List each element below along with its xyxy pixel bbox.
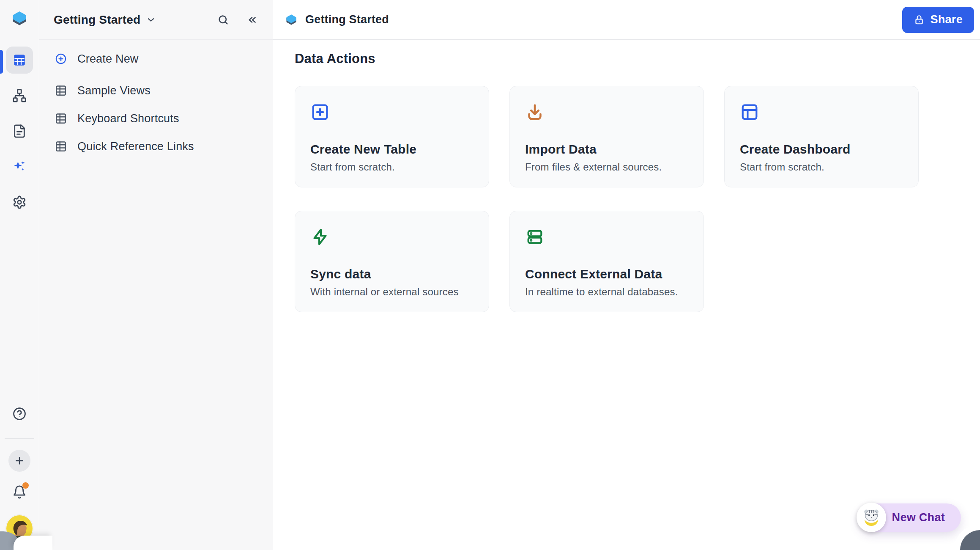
sidebar-item-label: Sample Views (77, 84, 151, 97)
tiger-avatar (857, 503, 886, 532)
rail-item-ai-sparkles[interactable] (6, 153, 33, 180)
new-chat-label: New Chat (892, 511, 945, 524)
chevron-down-icon (145, 14, 156, 25)
content-area: Data Actions Create New Table Start from… (273, 40, 980, 312)
collapse-double-chevron-icon (246, 14, 258, 26)
sidebar-title: Getting Started (54, 13, 140, 27)
bottom-right-corner-decoration (954, 524, 980, 550)
notifications-button[interactable] (9, 482, 30, 502)
app-logo[interactable] (11, 10, 28, 27)
add-new-button[interactable] (8, 450, 30, 472)
table-cube-icon (285, 14, 298, 26)
sparkles-icon (12, 160, 27, 174)
share-button-label: Share (930, 13, 963, 26)
user-avatar[interactable] (6, 515, 33, 542)
help-icon (12, 407, 27, 421)
main-area: Getting Started Share Data Actions (273, 0, 980, 550)
card-subtitle: In realtime to external databases. (525, 286, 688, 298)
rail-item-help[interactable] (6, 400, 33, 427)
new-chat-button[interactable]: New Chat (858, 503, 961, 532)
active-tab-indicator (0, 50, 3, 74)
table-grid-icon (12, 53, 27, 67)
card-sync-data[interactable]: Sync data With internal or external sour… (295, 211, 489, 312)
hierarchy-icon (12, 88, 27, 103)
collapse-sidebar-button[interactable] (246, 14, 258, 26)
card-subtitle: Start from scratch. (740, 161, 903, 173)
card-create-dashboard[interactable]: Create Dashboard Start from scratch. (724, 86, 919, 187)
lock-icon (914, 14, 925, 25)
rail-divider (5, 438, 34, 439)
card-subtitle: Start from scratch. (310, 161, 474, 173)
cube-logo-icon (11, 10, 28, 27)
share-button[interactable]: Share (902, 7, 974, 33)
user-avatar-image (6, 515, 33, 542)
card-subtitle: With internal or external sources (310, 286, 474, 298)
table-icon (55, 84, 67, 97)
document-icon (12, 124, 27, 138)
section-title: Data Actions (295, 51, 963, 66)
rail-item-documents[interactable] (6, 118, 33, 145)
sidebar-item-label: Create New (77, 52, 139, 66)
card-title: Sync data (310, 267, 474, 281)
dashboard-layout-icon (740, 102, 759, 122)
sidebar-nav: Create New Sample Views Keyboard Shortcu… (39, 40, 273, 160)
data-actions-grid: Create New Table Start from scratch. Imp… (295, 86, 963, 312)
sidebar-item-label: Quick Reference Links (77, 140, 194, 153)
rail-item-hierarchy[interactable] (6, 82, 33, 109)
card-create-new-table[interactable]: Create New Table Start from scratch. (295, 86, 489, 187)
sidebar-item-sample-views[interactable]: Sample Views (46, 77, 266, 104)
server-stack-icon (525, 227, 545, 247)
download-icon (525, 102, 545, 122)
sidebar-item-keyboard-shortcuts[interactable]: Keyboard Shortcuts (46, 105, 266, 132)
table-icon (55, 112, 67, 125)
main-header: Getting Started Share (273, 0, 980, 40)
search-icon (217, 14, 230, 26)
card-title: Create Dashboard (740, 142, 903, 157)
table-icon (55, 140, 67, 153)
card-subtitle: From files & external sources. (525, 161, 688, 173)
rail-item-settings[interactable] (6, 189, 33, 216)
space-switcher[interactable]: Getting Started (54, 13, 156, 27)
search-button[interactable] (217, 14, 230, 26)
card-title: Connect External Data (525, 267, 688, 281)
card-import-data[interactable]: Import Data From files & external source… (509, 86, 704, 187)
sidebar-item-label: Keyboard Shortcuts (77, 112, 179, 125)
page-title: Getting Started (305, 13, 389, 26)
lightning-icon (310, 227, 330, 247)
card-connect-external-data[interactable]: Connect External Data In realtime to ext… (509, 211, 704, 312)
create-new-button[interactable]: Create New (46, 46, 266, 72)
sidebar: Getting Started (39, 0, 273, 550)
notification-dot (22, 482, 29, 489)
icon-rail (0, 0, 39, 550)
plus-circle-icon (55, 52, 67, 65)
rail-item-tables[interactable] (6, 47, 33, 74)
sidebar-header: Getting Started (39, 0, 273, 40)
card-title: Create New Table (310, 142, 474, 157)
app-window: Getting Started (0, 0, 980, 550)
square-plus-icon (310, 102, 330, 122)
plus-icon (14, 455, 25, 466)
gear-icon (12, 195, 27, 209)
sidebar-item-quick-reference-links[interactable]: Quick Reference Links (46, 133, 266, 160)
card-title: Import Data (525, 142, 688, 157)
